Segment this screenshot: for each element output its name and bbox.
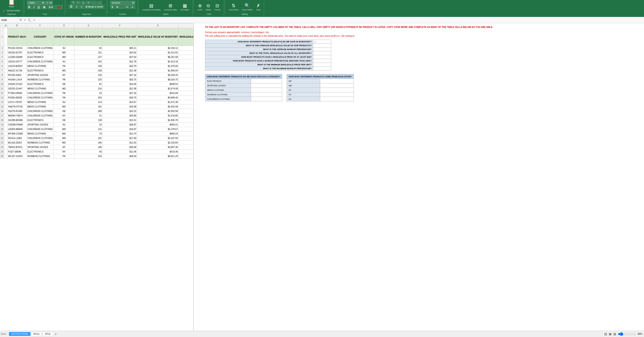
cat-label-electronics: ELECTRONICS xyxy=(205,79,251,83)
sort-filter-button[interactable]: ⇅ Sort & Filter xyxy=(228,2,240,11)
cell-e1[interactable]: NUMBER IN INVENTORY xyxy=(74,28,102,46)
currency-button[interactable]: $ xyxy=(110,5,114,9)
fill-color-button[interactable]: A▼ xyxy=(47,5,55,9)
alignment-label: Alignment xyxy=(82,13,91,16)
name-box[interactable]: SUM xyxy=(0,17,18,23)
align-center-button[interactable]: ≡ xyxy=(74,5,79,9)
number-group: General $ % , +.0 .0- Number xyxy=(108,0,137,17)
percent-button[interactable]: % xyxy=(115,5,120,9)
cat-row-3: MENS CLOTHING xyxy=(205,88,282,92)
cell-styles-button[interactable]: ▦ Cell Styles xyxy=(179,2,190,11)
q-answer-8[interactable] xyxy=(313,67,331,70)
format-button[interactable]: ⊟ Format xyxy=(213,2,222,11)
col-header-a[interactable]: A xyxy=(4,24,8,28)
state-val-nj[interactable] xyxy=(320,97,354,101)
cell-c1[interactable]: CATEGORY xyxy=(26,28,54,46)
cat-table-header: HOW MANY DIFFERENT PRODUCTS DO WE HAVE F… xyxy=(205,74,282,79)
italic-button[interactable]: I xyxy=(32,5,36,9)
question-row-8: WHAT IS THE MAXIMUM MARKUP PERCENTAGE? xyxy=(205,67,331,70)
bold-button[interactable]: B xyxy=(27,5,32,9)
number-format-select[interactable]: General xyxy=(110,1,135,5)
clipboard-group: 📋 Paste 🖌️ Format Painter Clipboard xyxy=(0,0,23,17)
border-button[interactable]: ⊞ xyxy=(42,5,47,9)
format-as-table-button[interactable]: ⊞ Format as Table xyxy=(163,2,178,11)
cell-a1[interactable] xyxy=(4,28,8,46)
table-row: 22RS314-L2081CHILDRENS CLOTHINGMD181$17.… xyxy=(0,136,194,140)
state-val-de[interactable] xyxy=(320,79,354,83)
indent-inc-button[interactable]: → xyxy=(97,1,102,4)
col-header-f[interactable]: F xyxy=(102,24,137,28)
table-row: 19CW298-F6685SPORTING GOODSNJ33$28.97$95… xyxy=(0,122,194,127)
font-size-select[interactable]: 11 xyxy=(46,1,53,5)
col-header-e[interactable]: E xyxy=(74,24,102,28)
table-row: 12PT260-H6566CHILDRENS CLOTHINGPA24$17.3… xyxy=(0,91,194,96)
q-answer-7[interactable] xyxy=(313,63,331,67)
indent-dec-button[interactable]: ← xyxy=(92,1,96,4)
cell-b1[interactable]: PRODUCT SKU# xyxy=(7,28,26,46)
instruction-text-2: Format your answers appropriately: curre… xyxy=(205,31,642,34)
state-row-2: MD xyxy=(287,83,354,88)
clear-button[interactable]: ✗ Clear xyxy=(255,2,262,11)
col-header-h[interactable]: H xyxy=(179,24,194,28)
font-family-select[interactable]: Calibri xyxy=(27,1,45,5)
font-color-button[interactable]: A▼ xyxy=(56,5,63,9)
align-top-button[interactable]: ⊤ xyxy=(71,1,76,4)
find-select-button[interactable]: 🔍 Find & Select xyxy=(241,2,254,11)
alignment-group: ⊤ ≡ ⊥ ↵ ← → ☰ ≡ ≡ ⊞ Merge & Center Align… xyxy=(67,0,106,17)
underline-button[interactable]: U xyxy=(36,5,41,9)
table-row: 13FK265-A5828CHILDRENS CLOTHINGPA262$18.… xyxy=(0,96,194,100)
table-row: 18GK289-M1586ELECTRONICSDE138$13.31$1,83… xyxy=(0,118,194,122)
q-answer-1[interactable]: = xyxy=(313,40,331,44)
question-row-5: HOW MANY PRODUCTS HAVE A WHOLESALE PRICE… xyxy=(205,55,331,59)
col-header-c[interactable]: C xyxy=(26,24,54,28)
q-answer-6[interactable] xyxy=(313,59,331,63)
align-left-button[interactable]: ☰ xyxy=(68,5,74,9)
state-val-md[interactable] xyxy=(320,83,354,88)
cell-g1[interactable]: WHOLESALE VALUE OF INVENTORY xyxy=(137,28,179,46)
format-painter-button[interactable]: 🖌️ Format Painter xyxy=(2,8,21,12)
instruction-text-1: TO THE LEFT IS AN INVENTORY LIST. COMPLE… xyxy=(205,26,642,29)
col-header-g[interactable]: G xyxy=(137,24,179,28)
spreadsheet-table: A B C D E F G H I J 1 PRODUCT SKU# xyxy=(0,23,194,158)
col-header-b[interactable]: B xyxy=(7,24,26,28)
cat-val-mens[interactable] xyxy=(251,88,282,92)
wrap-text-button[interactable]: ↵ xyxy=(86,1,91,4)
cat-val-sporting[interactable] xyxy=(251,83,282,88)
align-right-button[interactable]: ≡ xyxy=(79,5,84,9)
cat-val-childrens[interactable] xyxy=(251,97,282,101)
cat-row-5: CHILDRENS CLOTHING xyxy=(205,97,282,101)
cell-f1[interactable]: WHOLESALE PRICE PER UNIT xyxy=(102,28,137,46)
state-row-5: NJ xyxy=(287,97,354,101)
comma-button[interactable]: , xyxy=(120,5,124,9)
table-row: 4LG209-G6699ELECTRONICSMD227$27.54$6,251… xyxy=(0,55,194,60)
q-answer-4[interactable] xyxy=(313,51,331,55)
dec-increase-button[interactable]: +.0 xyxy=(124,5,130,9)
align-bottom-button[interactable]: ⊥ xyxy=(81,1,86,4)
delete-button[interactable]: ⊖ Delete xyxy=(204,2,212,11)
cat-val-electronics[interactable] xyxy=(251,79,282,83)
cat-label-sporting: SPORTING GOODS xyxy=(205,83,251,88)
table-row: 6LN219-W4597MENS CLOTHINGPA100$10.79$1,0… xyxy=(0,64,194,68)
dec-decrease-button[interactable]: .0- xyxy=(130,5,135,9)
table-row: 7NA222-X1726ELECTRONICSMD158$12.38$1,956… xyxy=(0,68,194,73)
q-answer-2[interactable] xyxy=(313,44,331,48)
state-val-ny[interactable] xyxy=(320,92,354,97)
fx-icon[interactable]: fx xyxy=(28,18,31,22)
confirm-icon[interactable]: ✓ xyxy=(24,18,27,22)
q-answer-5[interactable] xyxy=(313,55,331,59)
q-answer-3[interactable] xyxy=(313,48,331,51)
merge-center-button[interactable]: ⊞ Merge & Center xyxy=(84,5,104,9)
col-header-d[interactable]: D xyxy=(54,24,74,28)
cat-val-womens[interactable] xyxy=(251,92,282,97)
cells-label: Cells xyxy=(207,13,211,16)
cancel-icon[interactable]: ✕ xyxy=(19,18,22,22)
insert-button[interactable]: ⊕ Insert xyxy=(196,2,204,11)
paste-button[interactable]: 📋 Paste xyxy=(6,0,16,8)
align-middle-button[interactable]: ≡ xyxy=(76,1,80,4)
cat-row-4: WOMENS CLOTHING xyxy=(205,92,282,97)
formula-input[interactable] xyxy=(32,17,644,23)
cell-d1[interactable]: STATE OF ORIGIN xyxy=(54,28,74,46)
state-val-pa[interactable] xyxy=(320,88,354,92)
cell-h1[interactable]: WHOLESALE VALUE OF INVENTORY AS PERCENTA… xyxy=(179,28,194,46)
conditional-formatting-button[interactable]: ▤ Conditional Formatting xyxy=(141,2,162,11)
